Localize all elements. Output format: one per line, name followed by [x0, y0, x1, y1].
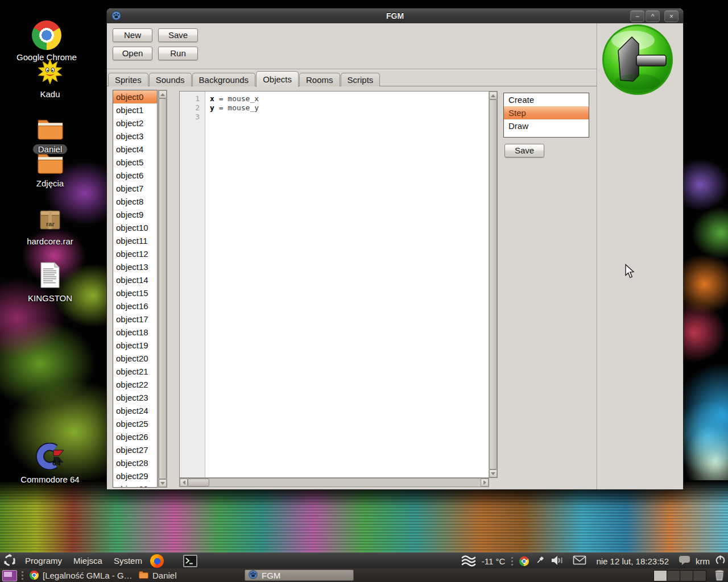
- mail-icon[interactable]: [573, 555, 586, 567]
- object-list-item[interactable]: object1: [113, 103, 157, 117]
- object-list-item[interactable]: object7: [113, 182, 157, 195]
- object-list-item[interactable]: object12: [113, 247, 157, 260]
- close-button[interactable]: ×: [664, 10, 679, 22]
- menu-item[interactable]: Programy: [19, 553, 68, 569]
- trash-icon[interactable]: [714, 569, 725, 582]
- desktop-icon-kingston[interactable]: KINGSTON: [10, 261, 90, 303]
- desktop-icon-zdjecia[interactable]: Zdjęcia: [10, 151, 90, 188]
- object-list-item[interactable]: object19: [113, 339, 157, 352]
- minimize-button[interactable]: −: [630, 10, 644, 22]
- event-save-button[interactable]: Save: [504, 144, 544, 157]
- object-list-item[interactable]: object9: [113, 208, 157, 221]
- tab[interactable]: Scripts: [341, 73, 380, 86]
- main-menu-icon[interactable]: [3, 554, 16, 568]
- object-list-item[interactable]: object0: [113, 90, 157, 103]
- scroll-down-icon[interactable]: [159, 479, 167, 487]
- object-list-item[interactable]: object8: [113, 195, 157, 208]
- workspace-cell[interactable]: [693, 570, 706, 581]
- desktop-icon-label: Kadu: [40, 89, 60, 99]
- event-list-item[interactable]: Create: [504, 93, 589, 106]
- object-list-item[interactable]: object24: [113, 404, 157, 417]
- tab[interactable]: Rooms: [299, 73, 340, 86]
- editor-vertical-scrollbar[interactable]: [489, 92, 497, 477]
- event-list-item[interactable]: Draw: [504, 119, 589, 132]
- chat-bubble-icon[interactable]: [679, 555, 690, 567]
- scroll-right-icon[interactable]: [481, 479, 489, 487]
- tab[interactable]: Sprites: [108, 73, 148, 86]
- top-panel: Programy Miejsca System: [0, 552, 728, 568]
- object-list-item[interactable]: object22: [113, 378, 157, 391]
- run-button[interactable]: Run: [158, 47, 198, 60]
- workspace-cell[interactable]: [680, 570, 693, 581]
- desktop-icon-commodore-64[interactable]: 64 Commodore 64: [10, 443, 90, 484]
- chrome-tray-icon[interactable]: [519, 556, 529, 566]
- desktop-icon-daniel[interactable]: Daniel: [10, 117, 90, 154]
- volume-icon[interactable]: [551, 555, 563, 568]
- object-list-item[interactable]: object18: [113, 326, 157, 339]
- save-button[interactable]: Save: [158, 28, 198, 42]
- menu-item[interactable]: System: [108, 553, 148, 569]
- power-icon[interactable]: [715, 555, 726, 567]
- scroll-up-icon[interactable]: [489, 92, 497, 99]
- terminal-launcher-icon[interactable]: [183, 555, 197, 567]
- object-list-item[interactable]: object29: [113, 469, 157, 483]
- scrollbar-thumb[interactable]: [489, 99, 497, 469]
- object-list-item[interactable]: object5: [113, 156, 157, 169]
- workspace-cell[interactable]: [653, 570, 667, 581]
- task-fgm[interactable]: FGM: [245, 569, 354, 581]
- task-daniel[interactable]: Daniel: [135, 569, 180, 581]
- object-list-item[interactable]: object14: [113, 273, 157, 286]
- menu-item[interactable]: Miejsca: [68, 553, 108, 569]
- object-list-item[interactable]: object27: [113, 443, 157, 456]
- object-list-item[interactable]: object11: [113, 234, 157, 247]
- open-button[interactable]: Open: [113, 47, 152, 60]
- maximize-button[interactable]: ^: [646, 10, 660, 22]
- scroll-down-icon[interactable]: [489, 469, 497, 477]
- scrollbar-thumb[interactable]: [159, 98, 167, 479]
- desktop-icon-google-chrome[interactable]: Google Chrome: [7, 20, 86, 62]
- scroll-left-icon[interactable]: [180, 479, 188, 487]
- temperature-readout[interactable]: -11 °C: [482, 556, 506, 566]
- object-list-item[interactable]: object4: [113, 143, 157, 156]
- object-list-item[interactable]: object6: [113, 169, 157, 182]
- code-editor[interactable]: 1 2 3 x = mouse_x y = mouse_y: [179, 91, 498, 478]
- clock[interactable]: nie 12 lut, 18:23:52: [596, 556, 669, 566]
- desktop-icon-kadu[interactable]: Kadu: [10, 59, 90, 99]
- object-list-item[interactable]: object15: [113, 286, 157, 300]
- show-desktop-button[interactable]: [2, 570, 17, 581]
- network-plug-icon[interactable]: [534, 555, 545, 568]
- task-legalnosc-gmla[interactable]: [Legalność GMLa - G…: [26, 569, 136, 581]
- code-pane[interactable]: x = mouse_x y = mouse_y: [206, 92, 489, 477]
- editor-horizontal-scrollbar[interactable]: [179, 478, 489, 487]
- object-list-item[interactable]: object3: [113, 130, 157, 143]
- object-list-scrollbar[interactable]: [158, 90, 167, 488]
- folder-icon: [37, 151, 64, 176]
- event-list-item[interactable]: Step: [504, 106, 589, 119]
- scrollbar-track[interactable]: [209, 479, 481, 487]
- object-list-item[interactable]: object20: [113, 352, 157, 365]
- object-list-item[interactable]: object10: [113, 221, 157, 234]
- object-list-item[interactable]: object25: [113, 417, 157, 430]
- object-list-item[interactable]: object23: [113, 391, 157, 404]
- weather-icon[interactable]: [461, 554, 477, 569]
- object-list-item[interactable]: object13: [113, 260, 157, 273]
- object-list-item[interactable]: object30: [113, 483, 157, 488]
- firefox-launcher-icon[interactable]: [150, 554, 164, 568]
- object-list-item[interactable]: object28: [113, 456, 157, 469]
- object-list-item[interactable]: object21: [113, 365, 157, 378]
- desktop-icon-hardcore-rar[interactable]: rar hardcore.rar: [10, 208, 90, 246]
- tab[interactable]: Sounds: [149, 73, 192, 86]
- new-button[interactable]: New: [113, 28, 152, 42]
- tab[interactable]: Objects: [256, 71, 299, 87]
- user-name[interactable]: krm: [696, 556, 710, 566]
- titlebar[interactable]: FGM − ^ ×: [107, 9, 683, 23]
- object-list-item[interactable]: object17: [113, 313, 157, 326]
- workspace-cell[interactable]: [667, 570, 680, 581]
- object-list-item[interactable]: object16: [113, 300, 157, 313]
- tab[interactable]: Backgrounds: [192, 73, 256, 86]
- object-list-item[interactable]: object2: [113, 117, 157, 130]
- object-list-item[interactable]: object26: [113, 430, 157, 443]
- scrollbar-thumb[interactable]: [188, 479, 209, 487]
- scroll-up-icon[interactable]: [159, 90, 167, 98]
- line-number: 3: [180, 113, 205, 122]
